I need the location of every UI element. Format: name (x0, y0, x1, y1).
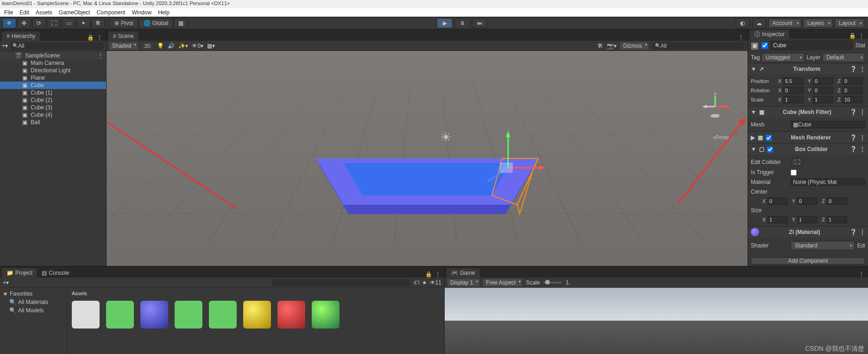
light-toggle-icon[interactable]: 💡 (157, 43, 164, 49)
global-toggle[interactable]: 🌐Global (138, 18, 174, 28)
scale-z[interactable] (843, 96, 863, 103)
step-button[interactable]: ⏭ (472, 18, 488, 28)
menu-icon[interactable]: ⋮ (859, 32, 864, 39)
pivot-toggle[interactable]: ⊕Pivot (109, 18, 138, 28)
menu-assets[interactable]: Assets (32, 9, 56, 16)
layers-dropdown[interactable]: Layers (803, 19, 833, 28)
filter-icon[interactable]: 🏷 (414, 280, 419, 285)
project-search[interactable] (272, 279, 411, 286)
move-tool[interactable]: ✥ (17, 18, 31, 28)
hierarchy-item-plane[interactable]: ▣ Plane (0, 74, 106, 82)
project-tab[interactable]: 📁Project (2, 268, 37, 278)
hierarchy-tab[interactable]: ≡Hierarchy (2, 32, 40, 41)
hierarchy-item-cube1[interactable]: ▣ Cube (1) (0, 89, 106, 96)
assets-breadcrumb[interactable]: Assets (72, 291, 440, 298)
grid-toggle-icon[interactable]: ▦▾ (207, 43, 215, 49)
scene-tab[interactable]: #Scene (108, 32, 138, 41)
tools-icon[interactable]: 🛠 (598, 43, 603, 49)
scale-y[interactable] (813, 96, 833, 103)
edit-collider-button[interactable]: ⛶ (791, 158, 803, 166)
menu-icon[interactable]: ⋮ (860, 229, 865, 235)
scale-x[interactable] (783, 96, 804, 103)
hierarchy-item-cube[interactable]: ▣ Cube (0, 82, 106, 89)
help-icon[interactable]: ❔ (850, 66, 857, 72)
rect-tool[interactable]: ▭ (62, 18, 75, 28)
position-y[interactable] (813, 77, 833, 85)
active-checkbox[interactable] (761, 42, 768, 49)
layout-dropdown[interactable]: Layout (835, 19, 864, 28)
size-z[interactable] (827, 216, 847, 223)
all-models[interactable]: 🔍 All Models (3, 306, 64, 315)
console-tab[interactable]: ▤Console (37, 268, 74, 278)
asset-item[interactable] (72, 301, 100, 329)
menu-help[interactable]: Help (155, 9, 173, 16)
center-x[interactable] (767, 197, 788, 205)
hierarchy-search[interactable]: 🔍 All (10, 42, 104, 50)
menu-icon[interactable]: ⋮ (860, 66, 865, 72)
audio-toggle-icon[interactable]: 🔊 (168, 43, 175, 49)
menu-edit[interactable]: Edit (16, 9, 32, 16)
menu-icon[interactable]: ⋮ (97, 34, 102, 41)
asset-item[interactable] (277, 301, 305, 329)
edit-material-button[interactable]: Edi (857, 242, 865, 249)
position-x[interactable] (783, 77, 804, 85)
help-icon[interactable]: ❔ (850, 146, 857, 152)
hidden-objects[interactable]: 👁0▾ (192, 43, 203, 49)
scale-slider[interactable] (543, 282, 562, 284)
hierarchy-item-cube2[interactable]: ▣ Cube (2) (0, 96, 106, 104)
asset-item[interactable] (140, 301, 168, 329)
center-y[interactable] (797, 197, 818, 205)
menu-icon[interactable]: ⋮ (860, 146, 865, 152)
menu-icon[interactable]: ⋮ (859, 271, 864, 278)
hierarchy-item-ball[interactable]: ▣ Ball (0, 119, 106, 126)
rotation-y[interactable] (813, 87, 833, 94)
mode-2d-toggle[interactable]: 2D (141, 43, 153, 49)
snap-toggle[interactable]: ▦ (174, 18, 188, 28)
menu-file[interactable]: File (1, 9, 16, 16)
camera-icon[interactable]: 📷▾ (607, 43, 616, 49)
menu-icon[interactable]: ⋮ (435, 271, 440, 278)
add-component-button[interactable]: Add Component (751, 257, 865, 265)
renderer-enabled[interactable] (766, 135, 772, 141)
lock-icon[interactable]: 🔒 (425, 271, 432, 278)
help-icon[interactable]: ❔ (850, 109, 857, 115)
asset-item[interactable] (106, 301, 134, 329)
tag-dropdown[interactable]: Untagged (761, 53, 805, 62)
help-icon[interactable]: ❔ (850, 134, 857, 141)
size-x[interactable] (767, 216, 788, 223)
cloud-button[interactable]: ☁ (752, 18, 766, 28)
hierarchy-item-camera[interactable]: ▣ Main Camera (0, 59, 106, 67)
scene-root[interactable]: 🎬 SampleScene⋮ (0, 52, 106, 59)
display-dropdown[interactable]: Display 1 (447, 279, 479, 286)
scene-menu-icon[interactable]: ⋮ (98, 52, 106, 59)
aspect-dropdown[interactable]: Free Aspect (483, 279, 522, 286)
scene-search[interactable]: 🔍 All (652, 42, 745, 50)
inspector-tab[interactable]: ⓘInspector (750, 30, 789, 39)
lock-icon[interactable]: 🔒 (87, 34, 94, 41)
help-icon[interactable]: ❔ (850, 229, 857, 235)
collider-enabled[interactable] (767, 146, 773, 152)
hierarchy-item-cube3[interactable]: ▣ Cube (3) (0, 104, 106, 111)
menu-window[interactable]: Window (128, 9, 155, 16)
asset-item[interactable] (209, 301, 237, 329)
game-tab[interactable]: 🎮Game (447, 268, 480, 278)
rotation-z[interactable] (843, 87, 863, 94)
asset-item[interactable] (175, 301, 202, 329)
all-materials[interactable]: 🔍 All Materials (3, 298, 64, 306)
static-label[interactable]: Stat (855, 42, 865, 49)
shading-dropdown[interactable]: Shaded (109, 42, 138, 50)
account-dropdown[interactable]: Account (768, 19, 801, 28)
create-dropdown[interactable]: +▾ (2, 43, 8, 49)
favorite-icon[interactable]: ★ (422, 280, 427, 285)
mesh-field[interactable]: ▦ Cube (791, 121, 865, 128)
hierarchy-item-light[interactable]: ▣ Directional Light (0, 67, 106, 74)
gizmos-dropdown[interactable]: Gizmos (620, 42, 648, 50)
position-z[interactable] (843, 77, 863, 85)
center-z[interactable] (827, 197, 847, 205)
menu-icon[interactable]: ⋮ (860, 109, 865, 115)
menu-icon[interactable]: ⋮ (738, 34, 744, 41)
game-viewport[interactable] (445, 288, 868, 354)
hierarchy-item-cube4[interactable]: ▣ Cube (4) (0, 111, 106, 119)
hand-tool[interactable]: 👁 (2, 18, 16, 28)
layer-dropdown[interactable]: Default (822, 53, 865, 62)
